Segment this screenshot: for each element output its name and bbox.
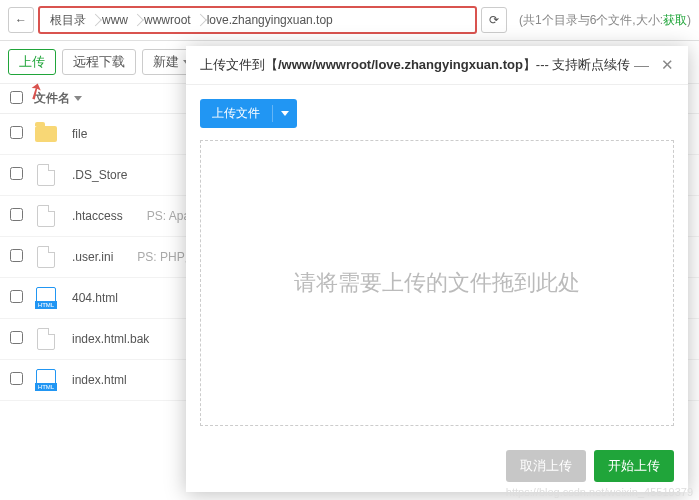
upload-button[interactable]: 上传	[8, 49, 56, 75]
sort-icon	[74, 96, 82, 101]
remote-download-button[interactable]: 远程下载	[62, 49, 136, 75]
watermark: https://blog.csdn.net/weixin_45519379	[506, 486, 693, 498]
chevron-down-icon	[281, 111, 289, 116]
minimize-button[interactable]: —	[634, 56, 649, 74]
start-upload-button[interactable]: 开始上传	[594, 450, 674, 482]
row-checkbox[interactable]	[10, 167, 23, 180]
row-checkbox[interactable]	[10, 249, 23, 262]
modal-footer: 取消上传 开始上传	[186, 440, 688, 492]
col-name-label[interactable]: 文件名	[34, 90, 70, 107]
row-checkbox[interactable]	[10, 208, 23, 221]
file-name: 404.html	[72, 291, 118, 305]
file-icon	[34, 368, 58, 392]
dropzone[interactable]: 请将需要上传的文件拖到此处	[200, 140, 674, 426]
file-name: .DS_Store	[72, 168, 127, 182]
upload-modal: 上传文件到【/www/wwwroot/love.zhangyingxuan.to…	[186, 46, 688, 492]
refresh-button[interactable]: ⟳	[481, 7, 507, 33]
file-icon	[34, 286, 58, 310]
modal-title: 上传文件到【/www/wwwroot/love.zhangyingxuan.to…	[200, 56, 630, 74]
crumb-root[interactable]: 根目录	[44, 9, 96, 32]
upload-dropdown-toggle[interactable]	[272, 105, 297, 122]
row-checkbox[interactable]	[10, 290, 23, 303]
file-icon	[34, 204, 58, 228]
cancel-upload-button[interactable]: 取消上传	[506, 450, 586, 482]
nav-back-button[interactable]: ←	[8, 7, 34, 33]
file-name: .user.ini	[72, 250, 113, 264]
file-icon	[34, 163, 58, 187]
modal-header: 上传文件到【/www/wwwroot/love.zhangyingxuan.to…	[186, 46, 688, 85]
row-checkbox[interactable]	[10, 126, 23, 139]
folder-icon	[34, 122, 58, 146]
breadcrumb: 根目录 www wwwroot love.zhangyingxuan.top	[38, 6, 477, 34]
file-name: index.html.bak	[72, 332, 149, 346]
crumb-wwwroot[interactable]: wwwroot	[138, 10, 201, 30]
close-button[interactable]: ✕	[661, 56, 674, 74]
file-icon	[34, 245, 58, 269]
file-name: .htaccess	[72, 209, 123, 223]
row-checkbox[interactable]	[10, 331, 23, 344]
crumb-www[interactable]: www	[96, 10, 138, 30]
file-name: file	[72, 127, 87, 141]
get-size-link[interactable]: 获取	[663, 13, 687, 27]
file-icon	[34, 327, 58, 351]
status-text: (共1个目录与6个文件,大小:获取)	[511, 12, 691, 29]
breadcrumb-bar: ← 根目录 www wwwroot love.zhangyingxuan.top…	[0, 0, 699, 41]
choose-file-button[interactable]: 上传文件	[200, 99, 297, 128]
select-all-checkbox[interactable]	[10, 91, 23, 104]
file-name: index.html	[72, 373, 127, 387]
crumb-domain[interactable]: love.zhangyingxuan.top	[201, 10, 343, 30]
row-checkbox[interactable]	[10, 372, 23, 385]
